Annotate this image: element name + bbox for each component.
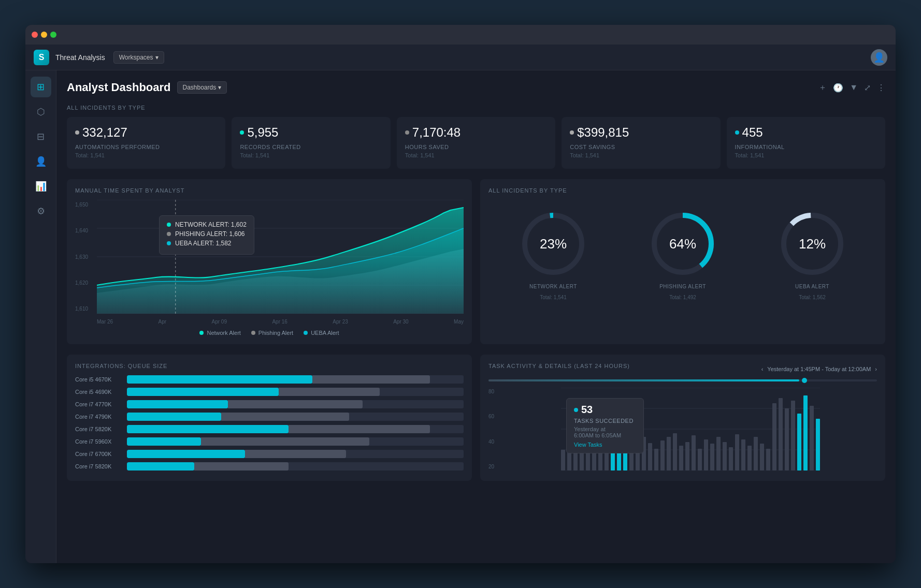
sidebar-item-chart[interactable]: 📊 xyxy=(31,176,51,197)
task-time: Yesterday at6:00AM to 6:05AM xyxy=(574,426,636,438)
task-chart-svg xyxy=(504,388,877,471)
add-icon[interactable]: ＋ xyxy=(818,82,827,93)
bar-row-6: Core i7 6700K xyxy=(75,450,464,458)
close-button[interactable] xyxy=(32,32,38,38)
titlebar xyxy=(25,25,896,45)
svg-rect-40 xyxy=(704,439,708,471)
bar-cyan-7 xyxy=(127,462,194,471)
svg-rect-44 xyxy=(729,447,733,471)
bar-label-0: Core i5 4670K xyxy=(75,376,122,383)
svg-rect-36 xyxy=(679,446,683,471)
donut-wrapper-0: 23% xyxy=(520,210,587,277)
bar-track-7 xyxy=(127,462,464,471)
dashboard-icon: ⊞ xyxy=(37,81,45,93)
donut-item-2: 12% UEBA ALERT Total: 1,562 xyxy=(779,210,846,300)
task-chart-title: TASK ACTIVITY & DETAILS (LAST 24 HOURS) xyxy=(488,363,630,369)
stat-value-0: 332,127 xyxy=(82,125,127,140)
maximize-button[interactable] xyxy=(50,32,56,38)
stat-label-4: INFORMATIONAL xyxy=(735,144,877,150)
legend-phishing: Phishing Alert xyxy=(251,330,293,336)
stat-dot-3 xyxy=(570,130,574,135)
donut-wrapper-2: 12% xyxy=(779,210,846,277)
stat-label-0: AUTOMATIONS PERFORMED xyxy=(75,144,217,150)
sidebar-item-settings[interactable]: ⚙ xyxy=(31,201,51,222)
bar-gray-2 xyxy=(228,400,363,408)
donut-item-0: 23% NETWORK ALERT Total: 1,541 xyxy=(520,210,587,300)
integrations-title: INTEGRATIONS: QUEUE SIZE xyxy=(75,363,464,369)
donut-pct-2: 12% xyxy=(799,236,826,252)
expand-icon[interactable]: ⤢ xyxy=(864,83,871,93)
sidebar-item-grid[interactable]: ⊟ xyxy=(31,126,51,147)
users-icon: 👤 xyxy=(35,156,47,167)
user-avatar[interactable]: 👤 xyxy=(871,49,887,66)
tooltip-network: NETWORK ALERT: 1,602 xyxy=(175,221,247,228)
bar-gray-1 xyxy=(279,388,380,396)
chart-tooltip: NETWORK ALERT: 1,602 PHISHING ALERT: 1,6… xyxy=(159,215,254,255)
sidebar-item-users[interactable]: 👤 xyxy=(31,151,51,172)
phishing-dot xyxy=(167,232,171,236)
donut-wrapper-1: 64% xyxy=(649,210,716,277)
svg-rect-33 xyxy=(660,440,665,471)
svg-rect-31 xyxy=(648,443,652,471)
tooltip-phishing: PHISHING ALERT: 1,606 xyxy=(175,230,245,238)
bar-row-2: Core i7 4770K xyxy=(75,400,464,408)
area-chart-card: MANUAL TIME SPENT BY ANALYST 1,650 1,640… xyxy=(67,179,472,344)
prev-date-icon[interactable]: ‹ xyxy=(761,366,764,372)
bar-gray-7 xyxy=(194,462,289,471)
bar-track-0 xyxy=(127,375,464,384)
bar-label-1: Core i5 4690K xyxy=(75,389,122,395)
filter-icon[interactable]: ▼ xyxy=(850,83,858,92)
stat-dot-0 xyxy=(75,130,79,135)
clock-icon[interactable]: 🕐 xyxy=(833,83,843,93)
donut-name-1: PHISHING ALERT xyxy=(659,284,706,289)
x-label-apr30: Apr 30 xyxy=(393,319,408,325)
workspace-label: Workspaces xyxy=(119,54,153,61)
svg-rect-51 xyxy=(772,403,776,471)
bar-label-3: Core i7 4790K xyxy=(75,414,122,420)
two-col-section: MANUAL TIME SPENT BY ANALYST 1,650 1,640… xyxy=(67,179,885,344)
bar-track-3 xyxy=(127,413,464,421)
workspace-chevron-icon: ▾ xyxy=(155,54,159,61)
time-slider[interactable] xyxy=(488,379,877,381)
svg-rect-17 xyxy=(561,450,565,471)
svg-rect-34 xyxy=(667,437,671,471)
time-slider-thumb[interactable] xyxy=(802,378,807,383)
dashboards-button[interactable]: Dashboards ▾ xyxy=(177,81,227,94)
legend-ueba: UEBA Alert xyxy=(304,330,339,336)
stat-total-0: Total: 1,541 xyxy=(75,152,217,158)
donut-pct-0: 23% xyxy=(540,236,567,252)
svg-rect-49 xyxy=(760,444,764,471)
cube-icon: ⬡ xyxy=(37,106,45,117)
stat-card-3: $399,815 COST SAVINGS Total: 1,541 xyxy=(562,117,720,169)
svg-rect-55 xyxy=(797,414,801,471)
donut-center-2: 12% xyxy=(799,236,826,252)
app-title: Threat Analysis xyxy=(55,53,105,62)
donut-name-2: UEBA ALERT xyxy=(795,284,829,289)
traffic-lights xyxy=(32,32,56,38)
next-date-icon[interactable]: › xyxy=(875,366,877,372)
bar-row-3: Core i7 4790K xyxy=(75,413,464,421)
sidebar-item-dashboard[interactable]: ⊞ xyxy=(31,77,51,97)
bar-label-7: Core i7 5820K xyxy=(75,463,122,469)
donut-name-0: NETWORK ALERT xyxy=(529,284,577,289)
bar-track-2 xyxy=(127,400,464,408)
view-tasks-link[interactable]: View Tasks xyxy=(574,442,636,448)
legend-phishing-dot xyxy=(251,331,255,335)
donut-total-1: Total: 1,492 xyxy=(669,295,696,300)
appbar-right: 👤 xyxy=(871,49,887,66)
stat-total-1: Total: 1,541 xyxy=(240,152,382,158)
appbar: S Threat Analysis Workspaces ▾ 👤 xyxy=(25,45,896,70)
task-succeeded-label: TASKS SUCCEEDED xyxy=(574,418,636,424)
stat-card-4: 455 INFORMATIONAL Total: 1,541 xyxy=(727,117,885,169)
minimize-button[interactable] xyxy=(41,32,47,38)
legend-network: Network Alert xyxy=(199,330,240,336)
sidebar: ⊞ ⬡ ⊟ 👤 📊 ⚙ xyxy=(25,70,56,563)
sidebar-item-cube[interactable]: ⬡ xyxy=(31,101,51,122)
x-label-apr09: Apr 09 xyxy=(212,319,227,325)
workspace-selector[interactable]: Workspaces ▾ xyxy=(113,51,164,64)
integrations-card: INTEGRATIONS: QUEUE SIZE Core i5 4670K C… xyxy=(67,355,472,481)
more-icon[interactable]: ⋮ xyxy=(877,83,885,93)
task-y-40: 40 xyxy=(488,439,504,445)
chart-legend: Network Alert Phishing Alert UEBA Alert xyxy=(75,330,464,336)
bar-cyan-1 xyxy=(127,388,279,396)
